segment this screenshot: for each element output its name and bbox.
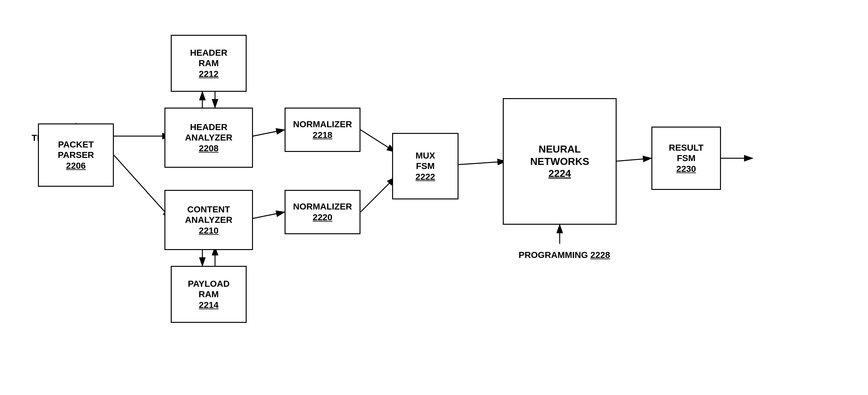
payload-ram-line2: RAM — [198, 289, 219, 300]
header-ram-id: 2212 — [199, 69, 218, 80]
svg-line-12 — [361, 177, 395, 212]
header-ram-line1: HEADER — [190, 48, 227, 58]
header-ram-line2: RAM — [198, 58, 219, 69]
packet-parser-id: 2206 — [66, 161, 86, 171]
packet-parser-line2: PARSER — [58, 150, 94, 161]
mux-fsm-box: MUX FSM 2222 — [392, 133, 459, 199]
normalizer-1-box: NORMALIZER 2218 — [285, 108, 361, 152]
svg-line-4 — [114, 155, 171, 218]
header-analyzer-id: 2208 — [199, 143, 218, 154]
normalizer-2-id: 2220 — [313, 212, 332, 223]
mux-fsm-line1: MUX — [415, 150, 435, 161]
neural-networks-box: NEURAL NETWORKS 2224 — [503, 98, 617, 225]
result-fsm-line1: RESULT — [669, 142, 704, 153]
result-fsm-id: 2230 — [676, 164, 696, 174]
normalizer-1-id: 2218 — [313, 130, 332, 141]
mux-fsm-line2: FSM — [416, 161, 434, 172]
svg-line-11 — [361, 130, 395, 152]
svg-line-8 — [253, 212, 285, 218]
payload-ram-line1: PAYLOAD — [188, 279, 229, 289]
content-analyzer-box: CONTENT ANALYZER 2210 — [164, 190, 253, 250]
header-ram-box: HEADER RAM 2212 — [171, 35, 247, 92]
packet-parser-line1: PACKET — [58, 139, 94, 150]
svg-line-13 — [459, 162, 506, 165]
svg-line-14 — [614, 158, 651, 162]
neural-networks-line2: NETWORKS — [530, 156, 589, 167]
packet-parser-box: PACKET PARSER 2206 — [38, 123, 114, 187]
header-analyzer-box: HEADER ANALYZER 2208 — [164, 108, 253, 168]
svg-line-7 — [253, 130, 285, 136]
mux-fsm-id: 2222 — [415, 172, 435, 182]
neural-networks-line1: NEURAL — [538, 143, 581, 155]
header-analyzer-line2: ANALYZER — [185, 132, 232, 143]
diagram: TRAFFIC IN 2204 PACKET PARSER 2206 HEADE… — [0, 0, 868, 395]
content-analyzer-line1: CONTENT — [187, 204, 230, 215]
payload-ram-id: 2214 — [199, 300, 218, 310]
normalizer-1-line1: NORMALIZER — [293, 119, 352, 130]
normalizer-2-line1: NORMALIZER — [293, 201, 352, 212]
programming-label: PROGRAMMING 2228 — [519, 250, 610, 260]
content-analyzer-id: 2210 — [199, 225, 218, 236]
normalizer-2-box: NORMALIZER 2220 — [285, 190, 361, 234]
neural-networks-id: 2224 — [548, 167, 571, 179]
result-fsm-box: RESULT FSM 2230 — [651, 126, 721, 190]
result-fsm-line2: FSM — [677, 153, 695, 164]
payload-ram-box: PAYLOAD RAM 2214 — [171, 266, 247, 323]
header-analyzer-line1: HEADER — [190, 122, 227, 133]
content-analyzer-line2: ANALYZER — [185, 215, 232, 225]
